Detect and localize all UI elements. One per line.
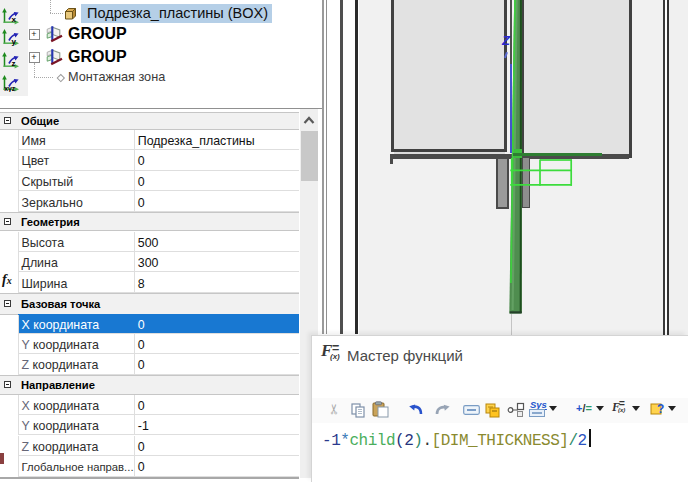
svg-text:y: y bbox=[12, 37, 17, 46]
svg-text:x: x bbox=[12, 15, 17, 24]
svg-text:xyz: xyz bbox=[4, 85, 16, 92]
svg-text:z: z bbox=[12, 59, 16, 68]
svg-text:?: ? bbox=[657, 402, 664, 416]
